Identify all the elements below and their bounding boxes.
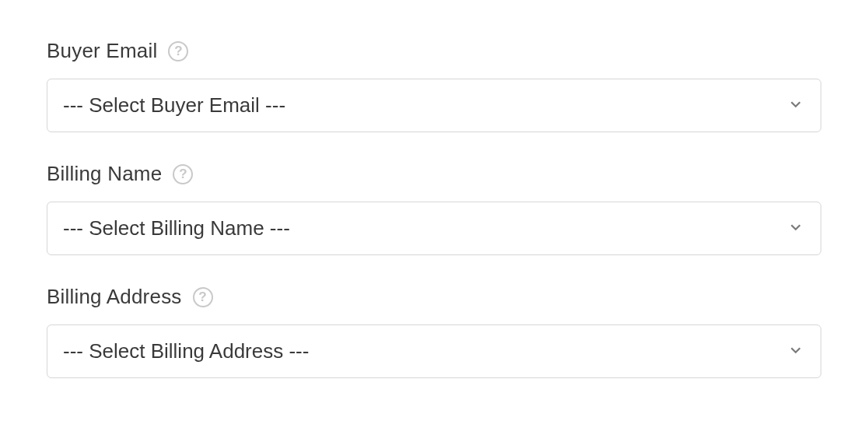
select-wrapper: --- Select Billing Name --- [47,202,821,255]
select-billing-name[interactable]: --- Select Billing Name --- [47,202,821,255]
help-icon[interactable]: ? [193,287,213,307]
field-label-billing-name: Billing Name [47,162,162,186]
select-billing-address[interactable]: --- Select Billing Address --- [47,325,821,378]
form-field-billing-address: Billing Address ? --- Select Billing Add… [47,285,821,378]
field-label-buyer-email: Buyer Email [47,39,157,63]
select-placeholder: --- Select Billing Address --- [63,339,309,363]
select-buyer-email[interactable]: --- Select Buyer Email --- [47,79,821,132]
help-icon[interactable]: ? [173,164,193,184]
help-icon[interactable]: ? [168,41,188,61]
field-label-row: Billing Address ? [47,285,821,309]
form-field-buyer-email: Buyer Email ? --- Select Buyer Email --- [47,39,821,132]
field-label-billing-address: Billing Address [47,285,182,309]
select-placeholder: --- Select Billing Name --- [63,216,290,240]
field-label-row: Billing Name ? [47,162,821,186]
form-field-billing-name: Billing Name ? --- Select Billing Name -… [47,162,821,255]
field-label-row: Buyer Email ? [47,39,821,63]
select-wrapper: --- Select Billing Address --- [47,325,821,378]
select-placeholder: --- Select Buyer Email --- [63,93,285,118]
select-wrapper: --- Select Buyer Email --- [47,79,821,132]
